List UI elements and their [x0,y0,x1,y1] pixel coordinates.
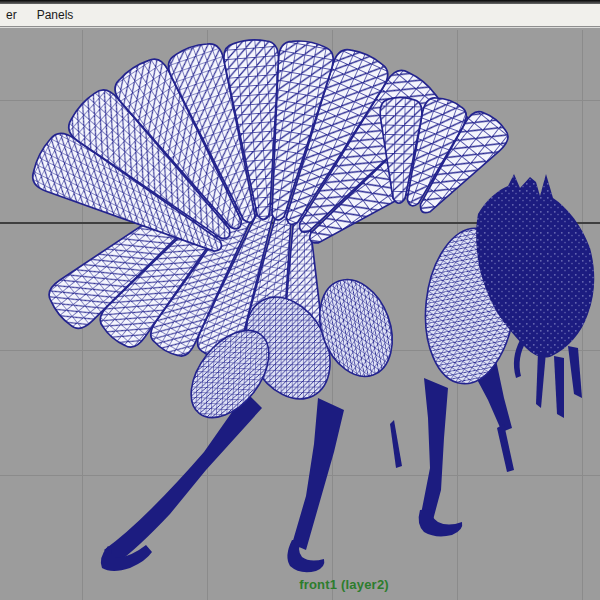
mouthpart-needle [536,352,546,408]
hind-leg [104,392,262,564]
app-window: { "menu": { "items": [ { "label": "er" }… [0,0,600,600]
front-leg [421,378,448,520]
menu-item-panels[interactable]: Panels [34,6,77,24]
middle-leg [292,398,344,550]
flea-model[interactable] [33,40,595,572]
viewport[interactable]: front1 (layer2) [0,30,600,600]
far-front-leg-tarsus [497,424,514,472]
menu-item-renderer-partial[interactable]: er [3,6,20,24]
menu-bar: er Panels [0,4,600,27]
mouthpart-needle [554,356,564,418]
leg-spur [390,420,402,468]
front-leg-claw [419,509,463,536]
viewport-canvas[interactable] [0,30,600,600]
camera-label: front1 (layer2) [299,577,389,592]
mouthpart-needle [568,346,582,398]
